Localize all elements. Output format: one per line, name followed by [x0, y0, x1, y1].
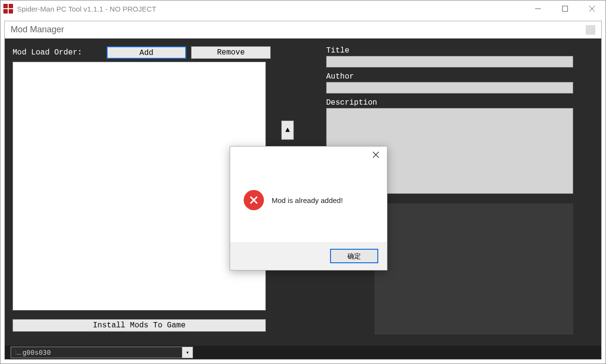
window-title: Spider-Man PC Tool v1.1.1 - NO PROJECT [17, 5, 524, 13]
bottom-strip: ⸽… g00s030 ▾ [5, 346, 601, 359]
inner-titlebar: Mod Manager [5, 21, 601, 39]
chevron-down-icon[interactable]: ▾ [182, 347, 193, 358]
maximize-button[interactable] [551, 0, 578, 17]
inner-window-title: Mod Manager [11, 25, 64, 35]
dialog-ok-button[interactable]: 确定 [330, 249, 378, 263]
remove-button[interactable]: Remove [191, 46, 271, 59]
app-icon [3, 4, 13, 13]
svg-rect-1 [563, 6, 568, 12]
description-label: Description [326, 98, 593, 107]
title-input[interactable] [326, 56, 573, 67]
dialog-message: Mod is already added! [272, 196, 343, 204]
title-label: Title [326, 46, 593, 55]
author-input[interactable] [326, 82, 573, 94]
author-label: Author [326, 72, 593, 81]
mod-list[interactable] [13, 62, 266, 310]
error-icon [244, 190, 264, 210]
tree-glyph-icon: ⸽… [14, 349, 20, 356]
close-button[interactable] [578, 0, 606, 17]
dialog-close-button[interactable] [370, 148, 382, 161]
install-button[interactable]: Install Mods To Game [13, 319, 266, 332]
minimize-button[interactable] [524, 0, 551, 17]
move-up-button[interactable]: ▲ [281, 121, 294, 140]
error-dialog: Mod is already added! 确定 [230, 146, 387, 270]
add-button[interactable]: Add [107, 46, 186, 59]
mod-load-order-label: Mod Load Order: [13, 48, 102, 59]
asset-dropdown[interactable]: ⸽… g00s030 ▾ [11, 347, 193, 358]
titlebar: Spider-Man PC Tool v1.1.1 - NO PROJECT [0, 0, 606, 17]
inner-close-button[interactable] [586, 25, 595, 35]
preview-box [374, 203, 573, 335]
dropdown-value: g00s030 [22, 349, 182, 356]
